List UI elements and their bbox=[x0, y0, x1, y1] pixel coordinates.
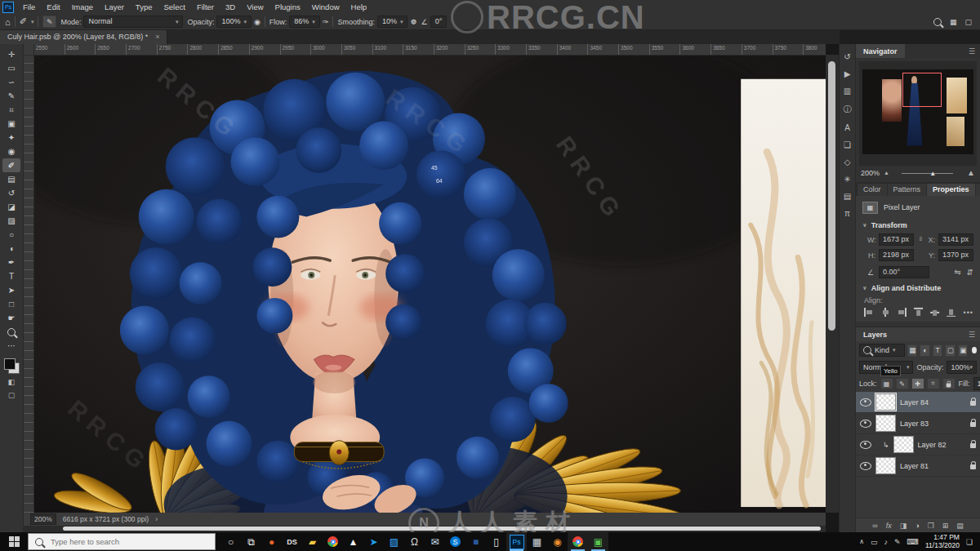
layer-mask-icon[interactable]: ◨ bbox=[900, 522, 907, 530]
align-center-horizontal-icon[interactable] bbox=[880, 308, 889, 317]
artwork-image[interactable]: 45 64 RRCG RRCG RRCG RRCG bbox=[33, 55, 826, 513]
delete-layer-icon[interactable]: ▤ bbox=[956, 522, 964, 530]
new-layer-icon[interactable]: ⊞ bbox=[942, 522, 949, 530]
chrome-taskbar-icon[interactable] bbox=[323, 532, 343, 551]
collapse-icon[interactable]: ∨ bbox=[862, 222, 867, 229]
start-button[interactable] bbox=[0, 532, 28, 551]
layer-thumbnail[interactable] bbox=[893, 436, 914, 453]
navigator-zoom-slider[interactable]: ▲ bbox=[893, 169, 963, 177]
move-tool[interactable]: ✛ bbox=[2, 47, 20, 61]
quick-selection-tool[interactable]: ✎ bbox=[2, 89, 20, 103]
filter-pixel-layers-icon[interactable]: ▦ bbox=[907, 344, 917, 357]
navigator-tab[interactable]: Navigator bbox=[856, 44, 905, 58]
comments-panel-icon[interactable]: ❏ bbox=[844, 140, 851, 149]
search-input[interactable] bbox=[49, 536, 183, 547]
zoom-level-field[interactable]: 200% bbox=[30, 513, 56, 525]
hand-tool[interactable]: ☛ bbox=[2, 311, 20, 325]
foreground-color-swatch[interactable] bbox=[4, 358, 16, 370]
width-field[interactable]: 1673 px bbox=[879, 233, 914, 246]
touch-keyboard-icon[interactable]: ⌨ bbox=[907, 537, 919, 546]
menu-type[interactable]: Type bbox=[130, 2, 158, 11]
shape-tool[interactable]: □ bbox=[2, 297, 20, 311]
filter-toggle[interactable] bbox=[972, 347, 977, 353]
chrome-2-taskbar-icon[interactable] bbox=[568, 532, 588, 551]
menu-file[interactable]: File bbox=[17, 2, 41, 11]
slider-knob[interactable]: ▲ bbox=[929, 170, 936, 177]
panel-menu-icon[interactable]: ☰ bbox=[969, 331, 975, 339]
vertical-scrollbar-thumb[interactable] bbox=[828, 61, 835, 331]
history-panel-icon[interactable]: ↺ bbox=[844, 52, 850, 61]
notepad-taskbar-icon[interactable]: ▯ bbox=[486, 532, 506, 551]
history-brush-tool[interactable]: ↺ bbox=[2, 186, 20, 200]
lock-all-icon[interactable] bbox=[942, 378, 956, 389]
terminal-taskbar-icon[interactable]: ▣ bbox=[588, 532, 608, 551]
search-icon[interactable] bbox=[933, 18, 942, 26]
flip-horizontal-icon[interactable]: ⇋ bbox=[954, 268, 960, 277]
layer-thumbnail[interactable] bbox=[875, 415, 896, 432]
layer-row[interactable]: Layer 83 bbox=[856, 413, 980, 434]
layer-filter-kind[interactable]: Kind ▾ bbox=[859, 344, 905, 357]
menu-view[interactable]: View bbox=[241, 2, 269, 11]
brush-panel-toggle-icon[interactable]: ✎ bbox=[42, 16, 56, 28]
opacity-select[interactable]: 100% ▾ bbox=[216, 16, 252, 28]
layer-row[interactable]: Layer 81 bbox=[856, 455, 980, 477]
rotate-angle-field[interactable]: 0.00° bbox=[879, 266, 929, 278]
layers-tab[interactable]: Layers bbox=[856, 327, 894, 341]
lasso-tool[interactable]: ∽ bbox=[2, 75, 20, 89]
horizontal-scrollbar[interactable] bbox=[24, 526, 826, 532]
libraries-panel-icon[interactable]: ▤ bbox=[844, 192, 851, 201]
pressure-opacity-icon[interactable]: ◉ bbox=[254, 18, 261, 26]
tray-chevron-icon[interactable]: ∧ bbox=[859, 538, 864, 545]
tab-properties[interactable]: Properties bbox=[927, 184, 975, 196]
path-select-tool[interactable]: ➤ bbox=[2, 283, 20, 297]
close-icon[interactable]: × bbox=[155, 33, 159, 41]
align-right-icon[interactable] bbox=[898, 308, 906, 317]
layer-thumbnail[interactable] bbox=[875, 457, 896, 474]
firefox-taskbar-icon[interactable]: ● bbox=[261, 532, 282, 551]
menu-help[interactable]: Help bbox=[345, 2, 373, 11]
color-swatches[interactable] bbox=[4, 358, 20, 374]
collapse-icon[interactable]: ∨ bbox=[862, 285, 867, 291]
filter-shape-layers-icon[interactable]: ▢ bbox=[945, 344, 955, 357]
align-center-vertical-icon[interactable] bbox=[930, 308, 939, 317]
fill-select[interactable]: 100% ▾ bbox=[973, 377, 980, 390]
home-icon[interactable]: ⌂ bbox=[5, 17, 11, 27]
workspace-icon[interactable]: ▢ bbox=[964, 18, 972, 26]
filter-smart-objects-icon[interactable]: ▣ bbox=[958, 344, 968, 357]
flow-select[interactable]: 86% ▾ bbox=[289, 16, 320, 28]
menu-layer[interactable]: Layer bbox=[99, 2, 130, 11]
x-field[interactable]: 3141 px bbox=[938, 233, 973, 246]
new-group-icon[interactable]: ❐ bbox=[928, 522, 934, 530]
menu-plugins[interactable]: Plugins bbox=[270, 2, 306, 11]
mail-taskbar-icon[interactable]: ✉ bbox=[425, 532, 445, 551]
horizontal-scrollbar-thumb[interactable] bbox=[63, 527, 821, 531]
ps-express-taskbar-icon[interactable]: ▨ bbox=[384, 532, 404, 551]
lock-position-icon[interactable]: ✛ bbox=[911, 378, 924, 389]
pen-icon[interactable]: ✎ bbox=[894, 538, 901, 546]
character-panel-icon[interactable]: A bbox=[844, 123, 850, 132]
visibility-eye-icon[interactable] bbox=[860, 462, 871, 470]
action-center-icon[interactable]: ❏ bbox=[966, 538, 973, 546]
eyedropper-tool[interactable]: ✦ bbox=[2, 131, 20, 144]
airbrush-icon[interactable]: ✑ bbox=[323, 18, 329, 26]
edit-toolbar-tool[interactable]: ⋯ bbox=[2, 339, 20, 353]
paint-3d-taskbar-icon[interactable]: ▲ bbox=[343, 532, 363, 551]
quick-mask-icon[interactable]: ◧ bbox=[8, 378, 16, 386]
align-top-icon[interactable] bbox=[914, 308, 923, 317]
layer-opacity-select[interactable]: 100% ▾ bbox=[947, 361, 977, 374]
layer-effects-icon[interactable]: fx bbox=[886, 522, 892, 530]
frame-tool[interactable]: ▣ bbox=[2, 117, 20, 131]
document-tab[interactable]: Culy Hair.psb @ 200% (Layer 84, RGB/8) *… bbox=[0, 29, 167, 44]
menu-edit[interactable]: Edit bbox=[41, 2, 65, 11]
align-left-icon[interactable] bbox=[864, 308, 873, 317]
link-layers-icon[interactable]: ∞ bbox=[872, 522, 877, 530]
word-taskbar-icon[interactable]: ■ bbox=[466, 532, 486, 551]
gradient-tool[interactable]: ▨ bbox=[2, 214, 20, 228]
menu-filter[interactable]: Filter bbox=[191, 2, 220, 11]
lock-transparency-icon[interactable]: ▦ bbox=[880, 378, 893, 389]
screen-mode-icon[interactable]: ▢ bbox=[8, 391, 16, 399]
type-tool[interactable]: T bbox=[2, 269, 20, 283]
skype-taskbar-icon[interactable]: S bbox=[445, 532, 466, 551]
3d-panel-icon[interactable]: ◇ bbox=[844, 158, 851, 167]
groove-taskbar-icon[interactable]: Ω bbox=[404, 532, 425, 551]
